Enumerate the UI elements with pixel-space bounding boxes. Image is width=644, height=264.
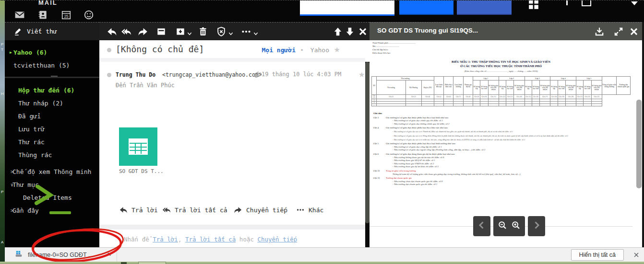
pencil-icon [13, 27, 22, 36]
sidebar: Viết thư ▶Yahoo (6)tcvietthuan (5) Hộp t… [5, 22, 99, 247]
search-button[interactable] [399, 0, 453, 15]
message-subject: [Không có chủ đề] [116, 44, 204, 54]
sidebar-folder[interactable]: Thùng rác [5, 149, 99, 161]
prev-message-icon[interactable] [333, 26, 343, 37]
doc-note-bullet: - Nếu trường/cơ sở giáo dục tại vị trí m… [393, 138, 627, 142]
sidebar-tree-item[interactable]: >Gần đây [5, 204, 99, 217]
desktop-taskbar-sliver [0, 262, 644, 264]
sidebar-folder[interactable]: Lưu trữ [5, 123, 99, 136]
sidebar-tree-item[interactable]: ∨Thư mục [5, 178, 99, 191]
sidebar-folder[interactable]: Thư nháp (2) [5, 97, 99, 110]
next-page-button[interactable] [528, 216, 545, 236]
forward-icon[interactable] [138, 26, 148, 37]
sidebar-divider[interactable] [5, 77, 99, 78]
sidebar-account-yahoo[interactable]: ▶Yahoo (6) [5, 46, 99, 59]
hint-link[interactable]: Trả lời [153, 236, 178, 243]
sidebar-folder[interactable]: Thư rác [5, 136, 99, 149]
move-folder-caret-icon[interactable] [187, 29, 192, 40]
compose-button[interactable]: Viết thư [5, 22, 99, 40]
show-all-downloads-button[interactable]: Hiển thị tất cả [571, 249, 624, 261]
sender-name[interactable]: Trung Thu Do [116, 71, 155, 78]
mail-icon[interactable] [14, 10, 25, 20]
read-indicator-dot [107, 48, 111, 52]
download-chevron-up-icon[interactable] [105, 251, 112, 258]
notifications-icon[interactable] [566, 0, 568, 5]
more-caret-icon[interactable] [253, 29, 259, 40]
preview-scrollbar[interactable] [636, 100, 642, 188]
spam-shield-icon[interactable] [216, 26, 227, 37]
sidebar-account-tcvietthuan[interactable]: tcvietthuan (5) [5, 59, 99, 72]
message-date: 19 tháng 10 lúc 4:03 PM [262, 71, 341, 78]
subject-row: [Không có chủ đề] Mọi người • Yahoo ★ [99, 40, 365, 58]
zoom-out-icon[interactable] [498, 220, 507, 232]
action-reply[interactable]: Trả lời [119, 206, 158, 214]
download-icon[interactable] [594, 26, 605, 37]
download-item[interactable]: filename-0=SO GDĐT ... [14, 249, 93, 261]
reply-all-icon[interactable] [121, 26, 131, 37]
caret-down-icon[interactable] [631, 1, 638, 5]
doc-note: Cột 5Các trường/cơ sở giáo dục được phân… [373, 142, 627, 146]
chevron-down-icon: ∨ [5, 182, 12, 187]
doc-note-bullet: - Nếu trường đạt chuẩn quốc gia thì điền… [393, 183, 627, 186]
box-icon[interactable] [582, 0, 591, 6]
sidebar-tree-item[interactable]: >Chế độ xem Thông minh [5, 165, 99, 178]
action-more[interactable]: Khác [296, 206, 323, 214]
provider-label: Yahoo [310, 46, 329, 54]
delete-icon[interactable] [198, 26, 208, 37]
preview-title: SO GDT DS Truong gui SI19QS... [377, 27, 478, 34]
divider [117, 248, 117, 262]
more-icon[interactable] [241, 26, 251, 37]
reply-icon[interactable] [107, 26, 117, 37]
attachment-tile[interactable] [119, 127, 157, 166]
zoom-controls[interactable] [493, 216, 525, 236]
archive-icon[interactable] [156, 26, 167, 37]
expand-icon[interactable] [613, 26, 624, 37]
doc-note-bullet: - Nếu trường/cơ sở giáo dục tại vị trí T… [393, 130, 627, 134]
doc-note: Cột 23Trường đạt chuẩn quốc gia [373, 177, 627, 180]
action-forward[interactable]: Chuyển tiếp [234, 206, 287, 214]
message-scrollbar[interactable] [365, 62, 370, 264]
calendar-icon[interactable]: 25 [61, 10, 72, 20]
hint-link[interactable]: Chuyển tiếp [257, 236, 297, 243]
doc-table: TTTên trườngLoại hình đào tạoPhân theo k… [371, 76, 631, 106]
hint-link[interactable]: Trả lời tất cả [185, 236, 236, 243]
reply-hint: Nhấn để Trả lời, Trả lời tất cả hoặc Chu… [124, 236, 297, 243]
star-icon[interactable]: ★ [334, 46, 340, 54]
sidebar-folder[interactable]: Hộp thư đến (6) [5, 84, 99, 97]
compose-label: Viết thư [27, 28, 57, 35]
prev-page-button[interactable] [473, 216, 490, 236]
folder-list: Hộp thư đến (6)Thư nháp (2)Đã gửiLưu trữ… [5, 84, 99, 161]
star-icon[interactable]: ★ [358, 70, 365, 79]
people-filter-link[interactable]: Mọi người [262, 46, 296, 54]
desktop-letter: H [1, 92, 4, 96]
smiley-icon[interactable] [83, 10, 94, 20]
doc-note-bullet: - Nếu trường không tham gia dự án nào th… [393, 156, 627, 160]
close-icon[interactable] [629, 26, 639, 37]
apps-grid-icon[interactable] [527, 0, 540, 11]
move-folder-icon[interactable] [175, 26, 186, 37]
sender-email[interactable]: <trungcap_vietthuan@yahoo.com> [162, 71, 262, 78]
secondary-header-button[interactable] [457, 0, 512, 15]
next-message-icon[interactable] [345, 26, 355, 37]
folder-tree: >Chế độ xem Thông minh∨Thư mụcDeleted It… [5, 165, 99, 217]
desktop-wallpaper-strip: P T H P A [0, 0, 5, 264]
close-downloads-bar-icon[interactable] [632, 251, 640, 259]
close-message-icon[interactable] [358, 26, 368, 37]
contacts-icon[interactable] [37, 10, 48, 20]
doc-note: Cột 4Các trường/cơ sở giáo dục được phân… [373, 126, 627, 130]
footer-divider [99, 225, 365, 230]
unread-dot [107, 73, 111, 77]
zoom-in-icon[interactable] [511, 220, 521, 232]
attachment-preview-panel: SO GDT DS Truong gui SI19QS... Tỉnh/Thàn… [370, 22, 644, 247]
recipient-line[interactable]: Đến Trần Văn Phúc [116, 82, 175, 89]
doc-note: Cột 22Tổng số giáo viên trong trường [373, 170, 627, 173]
sidebar-tree-item[interactable]: Deleted Items [5, 191, 99, 204]
sidebar-folder[interactable]: Đã gửi [5, 110, 99, 123]
action-reply-all[interactable]: Trả lời tất cả [162, 206, 227, 214]
scrollbar-thumb[interactable] [365, 62, 370, 223]
account-list: ▶Yahoo (6)tcvietthuan (5) [5, 40, 99, 72]
attachment-filename: SO GDT DS T... [119, 168, 164, 174]
search-input[interactable] [300, 0, 394, 16]
app-header: MAIL 25 [5, 0, 644, 22]
spam-caret-icon[interactable] [228, 29, 234, 40]
